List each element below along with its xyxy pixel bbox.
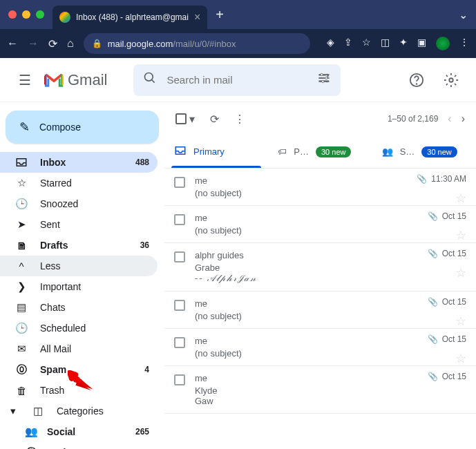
attachment-icon: 📎 <box>428 211 438 221</box>
email-checkbox[interactable] <box>174 177 185 188</box>
search-input[interactable] <box>166 74 307 86</box>
search-icon[interactable] <box>143 71 157 88</box>
new-tab-button[interactable]: + <box>216 7 224 23</box>
sidebar-item-categories[interactable]: ▾ ◫ Categories <box>0 401 158 421</box>
svg-point-5 <box>321 73 323 75</box>
email-checkbox[interactable] <box>174 214 185 225</box>
browser-tab[interactable]: Inbox (488) - alphrteam@gmai × <box>53 6 207 29</box>
email-checkbox[interactable] <box>174 300 185 311</box>
gmail-logo[interactable]: Gmail <box>44 71 107 89</box>
tag-icon: 🏷 <box>278 146 287 157</box>
sidebar-label: Trash <box>40 385 64 396</box>
email-row[interactable]: me (no subject) 📎Oct 15 ☆ <box>164 206 476 243</box>
email-sender: me <box>195 298 466 309</box>
settings-icon[interactable] <box>437 66 465 94</box>
tab-promotions[interactable]: 🏷 P… 30 new <box>268 135 372 168</box>
email-list: me (no subject) 📎11:30 AM ☆ me (no subje… <box>164 169 476 449</box>
tab-title: Inbox (488) - alphrteam@gmai <box>76 12 189 22</box>
sidebar-item-chats[interactable]: ▤ Chats <box>0 297 158 318</box>
email-row[interactable]: me (no subject) 📎Oct 15 ☆ <box>164 329 476 366</box>
bookmark-icon[interactable]: ☆ <box>362 37 371 50</box>
next-page-icon[interactable]: › <box>461 113 465 125</box>
people-icon: 👥 <box>25 426 37 438</box>
search-box[interactable] <box>133 64 341 96</box>
sidebar-item-less[interactable]: ^ Less <box>0 256 158 276</box>
sidebar: ✎ Compose Inbox 488 ☆ Starred 🕒 Snoozed … <box>0 102 164 449</box>
email-sender: me <box>195 213 466 223</box>
email-row[interactable]: alphr guides Grabe -- 𝒜𝓁𝓅𝒽𝓇𝒥𝒶𝓃 📎Oct 15 ☆ <box>164 243 476 292</box>
people-icon: 👥 <box>382 146 393 157</box>
more-icon[interactable]: ⋮ <box>234 113 245 126</box>
select-all-checkbox[interactable] <box>175 113 187 124</box>
main-menu-button[interactable]: ☰ <box>11 66 39 94</box>
sidebar-item-scheduled[interactable]: 🕒 Scheduled <box>0 318 158 338</box>
attachment-icon: 📎 <box>428 372 438 381</box>
email-checkbox[interactable] <box>174 251 185 262</box>
star-icon[interactable]: ☆ <box>455 228 466 243</box>
maximize-window-button[interactable] <box>36 10 44 19</box>
mail-toolbar: ▾ ⟳ ⋮ 1–50 of 2,169 ‹ › <box>164 102 476 135</box>
download-icon[interactable]: ◫ <box>381 37 390 50</box>
email-sender: me <box>195 373 466 383</box>
sidebar-item-snoozed[interactable]: 🕒 Snoozed <box>0 193 158 214</box>
panel-icon[interactable]: ▣ <box>417 37 426 50</box>
sidebar-label: Drafts <box>40 240 68 251</box>
email-row[interactable]: me Klyde Gaw 📎Oct 15 <box>164 366 476 414</box>
browser-menu-icon[interactable]: ⋮ <box>459 37 469 50</box>
back-icon[interactable]: ← <box>7 37 18 50</box>
tab-social[interactable]: 👥 S… 30 new <box>372 135 476 168</box>
prev-page-icon[interactable]: ‹ <box>448 113 451 125</box>
forward-icon[interactable]: → <box>28 37 39 50</box>
email-row[interactable]: me (no subject) 📎11:30 AM ☆ <box>164 169 476 206</box>
file-icon: 🗎 <box>15 240 28 251</box>
email-time: Oct 15 <box>442 211 466 221</box>
email-snippet: Gaw <box>195 396 466 406</box>
email-row[interactable]: me (no subject) 📎Oct 15 ☆ <box>164 292 476 329</box>
eye-icon[interactable]: ◈ <box>327 37 334 50</box>
scheduled-icon: 🕒 <box>15 322 28 334</box>
email-checkbox[interactable] <box>174 374 185 385</box>
sidebar-label: Scheduled <box>40 323 86 334</box>
star-icon[interactable]: ☆ <box>455 265 466 280</box>
search-options-icon[interactable] <box>317 71 331 88</box>
sidebar-item-updates[interactable]: ⓘ Updates 352 <box>0 442 158 449</box>
home-icon[interactable]: ⌂ <box>67 37 74 50</box>
header-actions <box>403 66 465 94</box>
close-window-button[interactable] <box>8 10 17 19</box>
profile-extension-icon[interactable] <box>436 37 450 50</box>
sidebar-item-allmail[interactable]: ✉ All Mail <box>0 338 158 359</box>
category-tabs: Primary 🏷 P… 30 new 👥 S… 30 new <box>164 135 476 169</box>
compose-button[interactable]: ✎ Compose <box>6 111 159 144</box>
reload-icon[interactable]: ⟳ <box>48 37 57 50</box>
mail-icon: ✉ <box>15 343 28 355</box>
star-icon[interactable]: ☆ <box>455 351 466 366</box>
sidebar-item-starred[interactable]: ☆ Starred <box>0 173 158 193</box>
email-checkbox[interactable] <box>174 337 185 348</box>
sidebar-item-sent[interactable]: ➤ Sent <box>0 214 158 235</box>
select-dropdown-icon[interactable]: ▾ <box>189 113 195 126</box>
email-time: 11:30 AM <box>431 174 466 184</box>
sidebar-label: Chats <box>40 302 66 313</box>
pagination-range: 1–50 of 2,169 <box>388 114 438 124</box>
sidebar-count: 488 <box>135 157 149 167</box>
sidebar-item-drafts[interactable]: 🗎 Drafts 36 <box>0 235 158 256</box>
close-tab-icon[interactable]: × <box>194 11 200 23</box>
browser-action-icons: ◈ ⇪ ☆ ◫ ✦ ▣ ⋮ <box>327 37 469 50</box>
address-bar[interactable]: 🔒 mail.google.com/mail/u/0/#inbox <box>84 33 310 54</box>
refresh-icon[interactable]: ⟳ <box>210 113 219 126</box>
share-icon[interactable]: ⇪ <box>344 37 352 50</box>
sidebar-item-important[interactable]: ❯ Important <box>0 276 158 297</box>
tab-primary[interactable]: Primary <box>164 135 268 168</box>
info-icon: ⓘ <box>25 446 37 450</box>
star-icon[interactable]: ☆ <box>455 191 466 206</box>
sidebar-label: Sent <box>40 219 60 230</box>
select-all-control[interactable]: ▾ <box>175 113 195 126</box>
support-icon[interactable] <box>403 66 430 94</box>
sidebar-item-social[interactable]: 👥 Social 265 <box>0 421 158 442</box>
tabs-dropdown-icon[interactable]: ⌄ <box>459 8 468 21</box>
minimize-window-button[interactable] <box>22 10 30 19</box>
sidebar-item-inbox[interactable]: Inbox 488 <box>0 152 158 173</box>
annotation-arrow <box>68 370 94 391</box>
star-icon[interactable]: ☆ <box>455 314 466 329</box>
extensions-icon[interactable]: ✦ <box>399 37 408 50</box>
